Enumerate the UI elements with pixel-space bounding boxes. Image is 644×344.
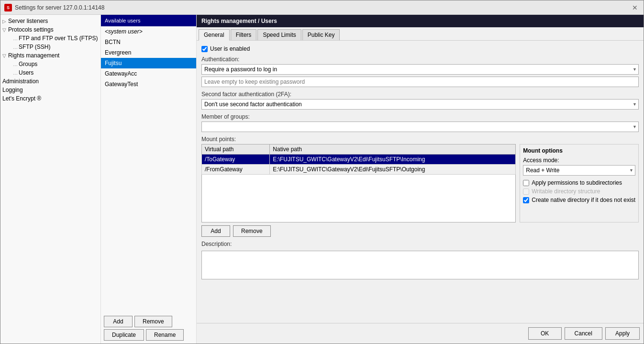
- mount-options-panel: Mount options Access mode: Read OnlyWrit…: [520, 144, 639, 222]
- mount-add-button[interactable]: Add: [201, 225, 230, 237]
- bottom-bar: OK Cancel Apply: [197, 323, 644, 344]
- mount-native-1: E:\FUJITSU_GWITC\GatewayV2\Edi\FujitsuSF…: [270, 165, 516, 175]
- access-mode-select[interactable]: Read OnlyWrite OnlyRead + Write: [523, 165, 635, 176]
- sidebar-item-sftp-ssh[interactable]: … SFTP (SSH): [0, 43, 100, 51]
- member-groups-label: Member of groups:: [201, 113, 639, 120]
- user-list-buttons: Add Remove Duplicate Rename: [101, 313, 196, 344]
- sidebar-item-logging[interactable]: Logging: [0, 86, 100, 94]
- mount-section: Virtual path Native path /ToGateway E:\F…: [201, 144, 639, 222]
- password-input-wrapper: [201, 77, 639, 87]
- close-button[interactable]: ✕: [630, 3, 640, 12]
- ok-button[interactable]: OK: [528, 327, 562, 340]
- create-native-row: Create native directory if it does not e…: [523, 197, 635, 203]
- right-panel: Rights management / Users General Filter…: [197, 15, 644, 344]
- sidebar-label-lets-encrypt: Let's Encrypt ®: [2, 95, 41, 102]
- mount-points-label: Mount points:: [201, 136, 639, 143]
- 2fa-select-wrapper: Don't use second factor authenticationUs…: [201, 99, 639, 110]
- sidebar-item-groups[interactable]: … Groups: [0, 60, 100, 68]
- writable-dir-checkbox[interactable]: [523, 189, 529, 195]
- user-btn-row1: Add Remove: [104, 316, 193, 327]
- sidebar-item-rights-management[interactable]: ▽ Rights management: [0, 51, 100, 60]
- tab-public-key[interactable]: Public Key: [302, 29, 340, 40]
- mount-table-header: Virtual path Native path: [202, 144, 516, 155]
- user-btn-row2: Duplicate Rename: [104, 329, 193, 341]
- sidebar-label-protocols-settings: Protocols settings: [8, 26, 54, 33]
- window-title: Settings for server 127.0.0.1:14148: [15, 4, 104, 11]
- tabs-bar: General Filters Speed Limits Public Key: [197, 27, 644, 41]
- member-groups-section: Member of groups:: [201, 113, 639, 132]
- sidebar-item-administration[interactable]: Administration: [0, 77, 100, 86]
- mount-row-0[interactable]: /ToGateway E:\FUJITSU_GWITC\GatewayV2\Ed…: [202, 155, 516, 165]
- dot-icon: …: [13, 36, 18, 41]
- add-user-button[interactable]: Add: [104, 316, 133, 327]
- access-mode-label: Access mode:: [523, 157, 635, 164]
- available-users-header: Available users: [101, 15, 196, 26]
- main-window: S Settings for server 127.0.0.1:14148 ✕ …: [0, 0, 644, 344]
- tab-general[interactable]: General: [199, 29, 230, 41]
- sidebar-label-server-listeners: Server listeners: [8, 18, 48, 24]
- title-bar-left: S Settings for server 127.0.0.1:14148: [4, 4, 104, 11]
- 2fa-label: Second factor authentication (2FA):: [201, 91, 639, 98]
- tab-filters[interactable]: Filters: [231, 29, 257, 40]
- password-input[interactable]: [201, 77, 639, 87]
- expand-icon: ▽: [2, 27, 6, 33]
- user-item-gateway-acc[interactable]: GatewayAcc: [101, 68, 196, 79]
- mount-table: Virtual path Native path /ToGateway E:\F…: [201, 144, 516, 175]
- authentication-select[interactable]: Require a password to log inNo password …: [201, 64, 639, 75]
- user-item-evergreen[interactable]: Evergreen: [101, 47, 196, 58]
- mount-native-0: E:\FUJITSU_GWITC\GatewayV2\Edi\FujitsuSF…: [270, 155, 516, 165]
- user-item-fujitsu[interactable]: Fujitsu: [101, 58, 196, 68]
- sidebar-item-users[interactable]: … Users: [0, 68, 100, 77]
- writable-dir-label: Writable directory structure: [532, 188, 600, 195]
- access-mode-select-wrapper: Read OnlyWrite OnlyRead + Write: [523, 165, 635, 176]
- 2fa-select[interactable]: Don't use second factor authenticationUs…: [201, 99, 639, 110]
- member-groups-select-wrapper: [201, 122, 639, 132]
- mount-action-buttons: Add Remove: [201, 225, 639, 237]
- create-native-checkbox[interactable]: [523, 197, 529, 203]
- member-groups-select[interactable]: [201, 122, 639, 132]
- cancel-button[interactable]: Cancel: [565, 327, 602, 340]
- mount-virtual-1: /FromGateway: [202, 165, 270, 175]
- app-icon: S: [4, 4, 12, 11]
- authentication-section: Authentication: Require a password to lo…: [201, 56, 639, 87]
- user-list-panel: Available users <system user> BCTN Everg…: [101, 15, 197, 344]
- user-enabled-checkbox[interactable]: [201, 46, 208, 52]
- apply-permissions-checkbox[interactable]: [523, 180, 529, 186]
- description-textarea[interactable]: [201, 251, 639, 279]
- mount-table-wrapper: Virtual path Native path /ToGateway E:\F…: [201, 144, 516, 222]
- apply-permissions-row: Apply permissions to subdirectories: [523, 179, 635, 186]
- tab-speed-limits[interactable]: Speed Limits: [257, 29, 301, 40]
- sidebar-label-rights-management: Rights management: [8, 52, 59, 59]
- mount-points-section: Mount points: Virtual path Native path: [201, 136, 639, 237]
- user-item-system[interactable]: <system user>: [101, 26, 196, 37]
- col-native-path: Native path: [270, 144, 516, 155]
- user-list: <system user> BCTN Evergreen Fujitsu Gat…: [101, 26, 196, 313]
- main-content: ▷ Server listeners ▽ Protocols settings …: [0, 15, 644, 344]
- dot-icon: …: [13, 44, 18, 50]
- duplicate-user-button[interactable]: Duplicate: [104, 329, 144, 341]
- sidebar-item-protocols-settings[interactable]: ▽ Protocols settings: [0, 25, 100, 34]
- description-label: Description:: [201, 241, 639, 247]
- tab-content-general: User is enabled Authentication: Require …: [197, 41, 644, 323]
- apply-permissions-label: Apply permissions to subdirectories: [532, 179, 622, 186]
- authentication-select-wrapper: Require a password to log inNo password …: [201, 64, 639, 75]
- description-section: Description:: [201, 241, 639, 281]
- page-title: Rights management / Users: [197, 15, 644, 27]
- dot-icon: …: [13, 70, 18, 76]
- sidebar-item-ftp-ftps[interactable]: … FTP and FTP over TLS (FTPS): [0, 34, 100, 43]
- expand-icon: ▽: [2, 53, 6, 58]
- remove-user-button[interactable]: Remove: [134, 316, 172, 327]
- mount-table-empty-area: [201, 175, 516, 222]
- mount-remove-button[interactable]: Remove: [233, 225, 271, 237]
- sidebar-label-logging: Logging: [2, 87, 23, 93]
- sidebar-item-server-listeners[interactable]: ▷ Server listeners: [0, 17, 100, 25]
- mount-virtual-0: /ToGateway: [202, 155, 270, 165]
- sidebar-item-lets-encrypt[interactable]: Let's Encrypt ®: [0, 94, 100, 103]
- user-item-gateway-test[interactable]: GatewayTest: [101, 79, 196, 89]
- apply-button[interactable]: Apply: [605, 327, 640, 340]
- mount-row-1[interactable]: /FromGateway E:\FUJITSU_GWITC\GatewayV2\…: [202, 165, 516, 175]
- sidebar: ▷ Server listeners ▽ Protocols settings …: [0, 15, 101, 344]
- create-native-label: Create native directory if it does not e…: [532, 197, 635, 203]
- user-item-bctn[interactable]: BCTN: [101, 37, 196, 47]
- rename-user-button[interactable]: Rename: [146, 329, 184, 341]
